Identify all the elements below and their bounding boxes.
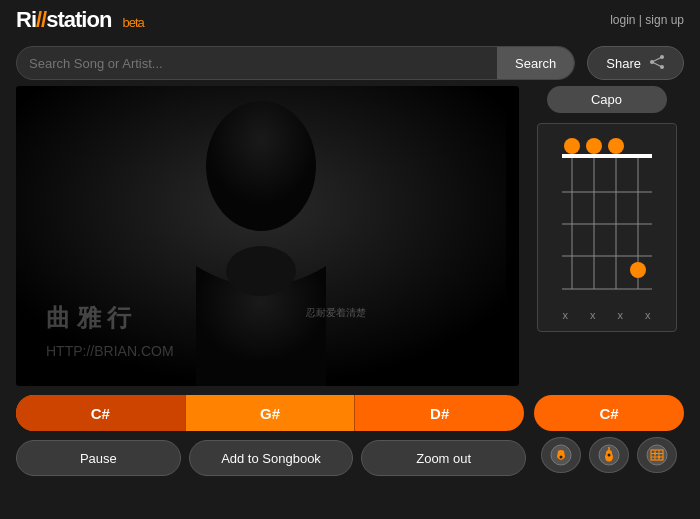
chord-chart-icon-button[interactable] [637, 437, 677, 473]
chord-chart-icon [646, 444, 668, 466]
svg-text:HTTP://BRIAN.COM: HTTP://BRIAN.COM [46, 343, 174, 359]
share-icon [649, 55, 665, 72]
logo-riff: Ri [16, 7, 36, 32]
svg-line-3 [652, 57, 662, 62]
svg-point-22 [608, 138, 624, 154]
control-right [534, 440, 684, 470]
svg-rect-11 [562, 154, 652, 158]
svg-point-7 [226, 246, 296, 296]
svg-point-31 [647, 445, 667, 465]
svg-point-30 [608, 454, 611, 457]
acoustic-guitar-icon [598, 444, 620, 466]
chord-diagram: x x x x [537, 123, 677, 332]
signup-link[interactable]: sign up [645, 13, 684, 27]
share-label: Share [606, 56, 641, 71]
share-button[interactable]: Share [587, 46, 684, 80]
guitar-pick-icon [550, 444, 572, 466]
auth-links[interactable]: login | sign up [610, 13, 684, 27]
string-4-label: x [645, 309, 651, 321]
svg-point-38 [658, 456, 660, 458]
chord-row: C# G# D# C# [0, 386, 700, 432]
string-3-label: x [618, 309, 624, 321]
logo-slash: // [36, 7, 46, 32]
chord-c-sharp[interactable]: C# [16, 395, 185, 431]
chord-right-button[interactable]: C# [534, 395, 684, 431]
search-button[interactable]: Search [497, 46, 574, 80]
right-panel: Capo [529, 86, 684, 386]
control-row: Pause Add to Songbook Zoom out [0, 432, 700, 478]
acoustic-guitar-icon-button[interactable] [589, 437, 629, 473]
svg-text:忍耐爱着清楚: 忍耐爱着清楚 [305, 307, 366, 318]
svg-rect-29 [608, 447, 610, 453]
header: Ri//station beta login | sign up [0, 0, 700, 40]
add-to-songbook-button[interactable]: Add to Songbook [189, 440, 354, 476]
search-area: Search Share [0, 40, 700, 86]
search-input[interactable] [17, 56, 497, 71]
chord-d-sharp[interactable]: D# [355, 395, 524, 431]
chord-g-sharp[interactable]: G# [186, 395, 355, 431]
zoom-out-button[interactable]: Zoom out [361, 440, 526, 476]
search-bar: Search [16, 46, 575, 80]
chord-fretboard: x x x x [552, 134, 662, 321]
svg-line-4 [652, 62, 662, 67]
svg-point-21 [586, 138, 602, 154]
svg-point-25 [560, 456, 563, 459]
main-content: 曲 雅 行 忍耐爱着清楚 HTTP://BRIAN.COM Capo [0, 86, 700, 386]
svg-point-6 [206, 101, 316, 231]
chord-right-area: C# [534, 395, 684, 431]
video-placeholder: 曲 雅 行 忍耐爱着清楚 HTTP://BRIAN.COM [16, 86, 519, 386]
logo-station: station [46, 7, 111, 32]
logo-beta: beta [122, 15, 143, 30]
svg-point-37 [654, 452, 656, 454]
string-labels: x x x x [552, 309, 662, 321]
login-link[interactable]: login [610, 13, 635, 27]
logo: Ri//station beta [16, 7, 144, 33]
svg-point-20 [564, 138, 580, 154]
svg-point-23 [630, 262, 646, 278]
pause-button[interactable]: Pause [16, 440, 181, 476]
string-2-label: x [590, 309, 596, 321]
string-1-label: x [563, 309, 569, 321]
svg-text:曲 雅 行: 曲 雅 行 [46, 304, 132, 331]
guitar-icon-button[interactable] [541, 437, 581, 473]
fretboard-svg [552, 134, 662, 299]
chord-button-group: C# G# D# [16, 395, 524, 431]
capo-button[interactable]: Capo [547, 86, 667, 113]
video-area: 曲 雅 行 忍耐爱着清楚 HTTP://BRIAN.COM [16, 86, 519, 386]
